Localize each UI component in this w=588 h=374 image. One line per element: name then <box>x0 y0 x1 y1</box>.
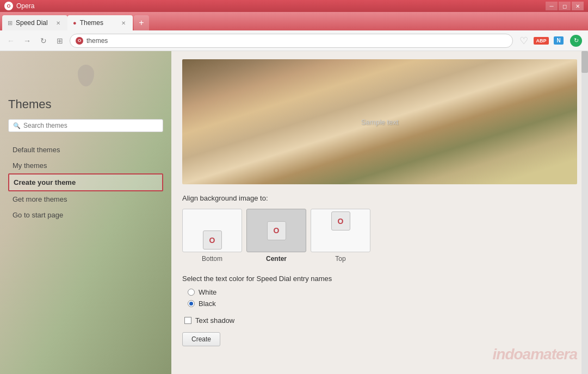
url-display: themes <box>86 37 108 45</box>
sample-text: Sample text <box>361 118 399 126</box>
main-layout: Themes 🔍 Default themes My themes Create… <box>0 51 588 374</box>
text-shadow-label: Text shadow <box>195 316 234 325</box>
align-options: O Bottom O Center O Top <box>182 209 577 263</box>
watermark: indoamatera <box>493 346 578 363</box>
toolbar-icons: ♡ ABP N ↻ <box>516 33 584 48</box>
update-button[interactable]: ↻ <box>568 33 584 48</box>
sidebar-nav: Default themes My themes Create your the… <box>8 142 163 223</box>
align-option-top[interactable]: O Top <box>311 209 370 263</box>
title-bar-controls: ─ ◻ ✕ <box>546 2 584 10</box>
sidebar-themes-title: Themes <box>8 97 163 111</box>
abp-badge: ABP <box>534 37 548 45</box>
speeddial-button[interactable]: ⊞ <box>53 34 66 47</box>
radio-group: White Black <box>182 288 577 308</box>
align-label: Align background image to: <box>182 194 577 202</box>
favorites-button[interactable]: ♡ <box>516 33 531 48</box>
app-name: Opera <box>16 2 34 10</box>
forward-button[interactable]: → <box>21 34 34 47</box>
text-color-section: Select the text color for Speed Dial ent… <box>182 275 577 308</box>
text-shadow-row: Text shadow <box>182 316 577 325</box>
sidebar: Themes 🔍 Default themes My themes Create… <box>0 51 171 374</box>
align-center-label: Center <box>266 255 287 263</box>
tab-speed-dial-close[interactable]: ✕ <box>54 19 62 27</box>
tab-themes[interactable]: ● Themes ✕ <box>67 15 133 30</box>
content-area: Sample text Align background image to: O… <box>171 51 588 374</box>
back-button[interactable]: ← <box>4 34 17 47</box>
search-icon: 🔍 <box>13 122 21 129</box>
address-bar: ← → ↻ ⊞ O themes ♡ ABP N ↻ <box>0 30 588 51</box>
close-button[interactable]: ✕ <box>572 2 584 10</box>
speed-dial-icon: ⊞ <box>8 20 13 27</box>
abp-button[interactable]: ABP <box>534 33 549 48</box>
search-box[interactable]: 🔍 <box>8 119 163 132</box>
new-tab-button[interactable]: + <box>134 15 149 30</box>
align-box-top: O <box>311 209 370 252</box>
sidebar-item-more[interactable]: Get more themes <box>8 191 163 207</box>
radio-black[interactable]: Black <box>188 300 577 308</box>
align-box-bottom: O <box>182 209 242 252</box>
tab-bar: ⊞ Speed Dial ✕ ● Themes ✕ + <box>0 12 588 30</box>
title-bar-left: O Opera <box>4 2 34 10</box>
radio-black-label: Black <box>199 300 216 308</box>
scrollbar-thumb[interactable] <box>581 51 588 73</box>
tab-themes-label: Themes <box>80 19 103 27</box>
mini-opera-bottom: O <box>203 230 222 250</box>
opera-o-icon: O <box>76 37 83 45</box>
radio-white[interactable]: White <box>188 288 577 296</box>
minimize-button[interactable]: ─ <box>546 2 558 10</box>
title-bar: O Opera ─ ◻ ✕ <box>0 0 588 12</box>
radio-white-label: White <box>199 288 216 296</box>
text-shadow-checkbox[interactable] <box>184 317 191 324</box>
align-top-label: Top <box>335 255 345 263</box>
text-color-label: Select the text color for Speed Dial ent… <box>182 275 577 283</box>
drop-shape <box>78 65 94 86</box>
sidebar-item-create[interactable]: Create your theme <box>8 173 163 191</box>
tab-speed-dial-label: Speed Dial <box>16 19 48 27</box>
search-input[interactable] <box>23 122 158 129</box>
radio-black-circle <box>188 300 195 307</box>
n-button[interactable]: N <box>551 33 566 48</box>
radio-white-circle <box>188 289 195 296</box>
sidebar-content: Themes 🔍 Default themes My themes Create… <box>8 62 163 223</box>
create-button[interactable]: Create <box>182 332 220 346</box>
align-bottom-label: Bottom <box>202 255 222 263</box>
themes-icon: ● <box>73 20 77 26</box>
align-box-center: O <box>246 209 306 252</box>
scrollbar-track[interactable] <box>581 51 588 374</box>
tab-themes-close[interactable]: ✕ <box>120 19 127 27</box>
sidebar-item-my[interactable]: My themes <box>8 158 163 173</box>
tab-speed-dial[interactable]: ⊞ Speed Dial ✕ <box>2 15 67 30</box>
opera-logo: O <box>4 2 13 10</box>
mini-opera-center: O <box>267 221 286 240</box>
opera-drop-logo <box>75 62 97 89</box>
refresh-button[interactable]: ↻ <box>37 34 50 47</box>
sidebar-item-default[interactable]: Default themes <box>8 142 163 158</box>
address-input-wrap[interactable]: O themes <box>70 34 513 48</box>
align-option-bottom[interactable]: O Bottom <box>182 209 242 263</box>
restore-button[interactable]: ◻ <box>559 2 571 10</box>
align-option-center[interactable]: O Center <box>246 209 306 263</box>
n-badge: N <box>554 36 563 45</box>
mini-opera-top: O <box>331 211 350 230</box>
preview-image: Sample text <box>182 59 577 184</box>
update-icon: ↻ <box>570 35 582 47</box>
sidebar-item-start[interactable]: Go to start page <box>8 207 163 223</box>
heart-icon: ♡ <box>519 35 528 47</box>
